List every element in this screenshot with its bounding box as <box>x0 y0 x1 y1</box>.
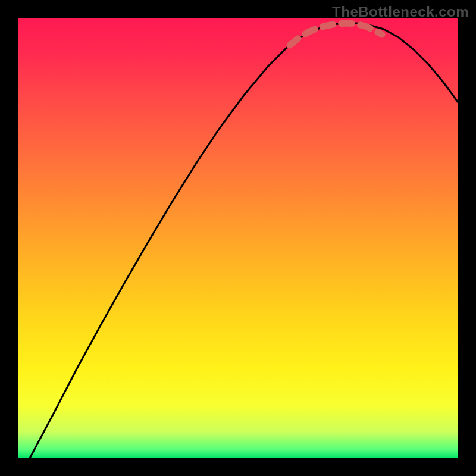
watermark-text: TheBottleneck.com <box>332 4 469 20</box>
chart-frame: TheBottleneck.com <box>0 0 476 476</box>
bottleneck-curve <box>30 23 458 458</box>
curve-layer <box>18 18 458 458</box>
plot-area <box>18 18 458 458</box>
optimal-range-marker <box>290 23 382 45</box>
